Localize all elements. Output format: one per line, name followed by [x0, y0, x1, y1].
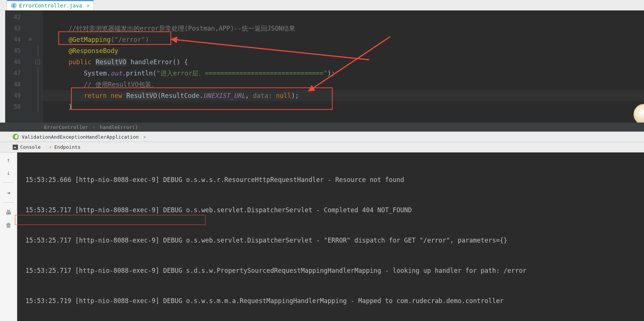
console-line: 15:53:25.717 [http-nio-8088-exec-9] DEBU… — [25, 205, 644, 215]
trash-icon[interactable]: 🗑 — [5, 221, 12, 229]
editor-left-strip — [0, 10, 5, 123]
breadcrumb-method[interactable]: handleError() — [100, 124, 138, 130]
console-line: 15:53:25.717 [http-nio-8088-exec-9] DEBU… — [25, 235, 644, 246]
java-class-icon: C — [11, 3, 17, 9]
gutter-line: 49 — [5, 90, 42, 101]
print-icon[interactable]: 🖶 — [5, 209, 12, 216]
gutter-line: 44⊟ — [5, 34, 42, 45]
gutter-line: 43 — [5, 23, 42, 34]
close-icon[interactable]: × — [143, 134, 146, 140]
code-content[interactable]: //针对非浏览器端发出的error异常处理(Postman,APP)--统一返回… — [43, 10, 644, 123]
run-toolbar: ↑ ↓ ⇥ 🖶 🗑 — [0, 152, 17, 321]
run-tool-window: ↑ ↓ ⇥ 🖶 🗑 15:53:25.666 [http-nio-8088-ex… — [0, 152, 644, 321]
gutter-line: 46− — [5, 56, 42, 68]
run-config-name[interactable]: ValidationAndExceptionHandlerApplication — [22, 134, 139, 140]
endpoints-icon: ⚡ — [49, 144, 52, 150]
code-line: @ResponseBody — [43, 45, 644, 56]
code-line — [43, 12, 644, 23]
code-line: public ResultVO handleError() { — [43, 56, 644, 68]
console-line: 15:53:25.719 [http-nio-8088-exec-9] DEBU… — [25, 296, 644, 306]
editor-tab-filename: ErrorController.java — [19, 3, 82, 9]
breadcrumb-class[interactable]: ErrorController — [44, 124, 88, 130]
fold-end-icon: ⊟ — [28, 37, 33, 42]
code-line-current: return new ResultVO(ResultCode.UNEXIST_U… — [43, 90, 644, 101]
code-line: } — [43, 101, 644, 112]
gutter-line: 42 — [5, 12, 42, 23]
console-line: 15:53:25.666 [http-nio-8088-exec-9] DEBU… — [25, 175, 644, 185]
editor-gutter: 42 43 44⊟ 45 46− 47 48 49 50 — [5, 10, 43, 123]
spring-boot-icon — [13, 134, 19, 140]
editor-tab-errorcontroller[interactable]: C ErrorController.java × — [7, 0, 94, 10]
fold-icon[interactable]: − — [36, 60, 40, 64]
code-line: // 使用ResultVO包装。 — [43, 79, 644, 90]
code-editor[interactable]: 42 43 44⊟ 45 46− 47 48 49 50 //针对非浏览器端发出… — [0, 10, 644, 123]
run-config-tab-bar: ValidationAndExceptionHandlerApplication… — [0, 132, 644, 142]
code-line: System.out.println("进入error层。===========… — [43, 68, 644, 79]
breadcrumb: ErrorController handleError() — [0, 123, 644, 132]
console-icon: ▶ — [13, 145, 18, 150]
gutter-line: 47 — [5, 68, 42, 79]
gutter-line: 48 — [5, 79, 42, 90]
scroll-up-icon[interactable]: ↑ — [5, 156, 12, 164]
tab-endpoints[interactable]: ⚡ Endpoints — [49, 144, 81, 150]
console-line: 15:53:25.717 [http-nio-8088-exec-9] DEBU… — [25, 266, 644, 276]
code-line: //针对非浏览器端发出的error异常处理(Postman,APP)--统一返回… — [43, 23, 644, 34]
annotation-highlight-3 — [15, 215, 206, 225]
gutter-line: 50 — [5, 101, 42, 112]
chevron-right-icon — [90, 124, 98, 130]
code-line: @GetMapping("/error") — [43, 34, 644, 45]
gutter-line: 45 — [5, 45, 42, 56]
editor-tab-bar: C ErrorController.java × — [0, 0, 644, 10]
run-subtab-bar: ▶ Console ⚡ Endpoints — [0, 142, 644, 152]
close-icon[interactable]: × — [87, 3, 90, 9]
soft-wrap-icon[interactable]: ⇥ — [5, 189, 12, 196]
console-output[interactable]: 15:53:25.666 [http-nio-8088-exec-9] DEBU… — [17, 152, 644, 321]
tab-console[interactable]: ▶ Console — [13, 144, 41, 150]
scroll-down-icon[interactable]: ↓ — [5, 169, 12, 176]
